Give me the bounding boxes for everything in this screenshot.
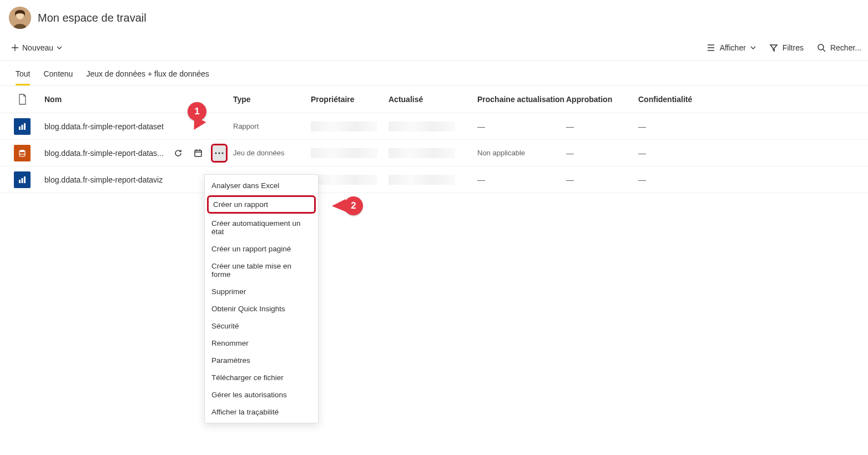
svg-rect-4 [22,125,23,130]
svg-point-8 [215,152,217,154]
refresh-button[interactable] [171,146,185,160]
sensitivity-value: — [638,149,727,158]
search-icon [817,43,826,52]
svg-point-10 [222,152,224,154]
avatar [9,7,31,29]
schedule-refresh-button[interactable] [191,146,205,160]
svg-rect-11 [19,180,21,183]
svg-rect-3 [19,127,21,130]
filters-label: Filtres [783,43,804,52]
filters-button[interactable]: Filtres [769,43,804,52]
svg-point-2 [818,44,824,50]
svg-rect-12 [22,178,23,183]
table-row[interactable]: blog.ddata.fr-simple-report-dataviz — — … [0,166,868,193]
owner-redacted [311,148,377,158]
column-name[interactable]: Nom [44,95,233,104]
column-endorsement[interactable]: Approbation [566,95,638,104]
sensitivity-value: — [638,122,727,131]
endorsement-value: — [566,122,638,131]
filter-icon [769,43,778,52]
refreshed-redacted [388,148,455,158]
new-button-label: Nouveau [22,43,53,52]
refreshed-redacted [388,122,455,132]
owner-redacted [311,122,377,132]
menu-analyze-excel[interactable]: Analyser dans Excel [205,177,318,193]
list-icon [706,43,715,52]
workspace-header: Mon espace de travail [0,0,868,36]
chevron-down-icon [750,45,756,50]
table-row[interactable]: blog.ddata.fr-simple-report-datas... Jeu… [0,140,868,166]
svg-rect-7 [195,150,201,156]
column-next-refresh[interactable]: Prochaine actualisation [477,95,566,104]
item-name: blog.ddata.fr-simple-report-dataset [44,122,164,131]
table-header-row: Nom Type Propriétaire Actualisé Prochain… [0,86,868,113]
workspace-title: Mon espace de travail [38,12,147,24]
column-refreshed[interactable]: Actualisé [388,95,477,104]
item-name: blog.ddata.fr-simple-report-datas... [44,149,164,158]
dataset-icon [14,145,31,161]
more-options-button[interactable] [211,144,228,163]
tab-content[interactable]: Contenu [43,67,73,85]
sensitivity-value: — [638,175,727,184]
next-refresh-value: — [477,122,566,131]
item-type: Rapport [233,122,311,130]
refresh-icon [174,149,183,158]
search-button[interactable]: Recher... [817,43,861,52]
svg-rect-5 [24,123,26,130]
next-refresh-value: Non applicable [477,149,566,157]
tab-all[interactable]: Tout [16,67,30,85]
item-type: Jeu de données [233,149,311,157]
item-name: blog.ddata.fr-simple-report-dataviz [44,175,163,184]
column-type-icon[interactable] [0,94,44,105]
table-row[interactable]: blog.ddata.fr-simple-report-dataset Rapp… [0,113,868,140]
content-table: Nom Type Propriétaire Actualisé Prochain… [0,86,868,193]
ellipsis-icon [215,152,224,154]
refreshed-redacted [388,175,455,185]
tab-datasets[interactable]: Jeux de données + flux de données [86,67,209,85]
svg-rect-13 [24,176,26,183]
document-icon [18,94,27,105]
new-button[interactable]: Nouveau [7,40,67,55]
svg-point-9 [219,152,220,154]
plus-icon [11,44,19,52]
tabs: Tout Contenu Jeux de données + flux de d… [0,60,868,86]
context-menu: Analyser dans Excel Créer un rapport Cré… [204,174,319,193]
svg-point-6 [19,150,25,152]
report-icon [14,118,31,135]
column-owner[interactable]: Propriétaire [311,95,388,104]
endorsement-value: — [566,149,638,158]
schedule-icon [194,149,203,158]
column-sensitivity[interactable]: Confidentialité [638,95,727,104]
column-type[interactable]: Type [233,95,311,104]
report-icon [14,171,31,188]
toolbar: Nouveau Afficher Filtres Recher... [0,36,868,60]
annotation-callout-1: 1 [188,102,206,121]
endorsement-value: — [566,175,638,184]
search-label: Recher... [830,43,861,52]
view-button[interactable]: Afficher [706,43,756,52]
chevron-down-icon [57,45,62,50]
next-refresh-value: — [477,175,566,184]
owner-redacted [311,175,377,185]
view-label: Afficher [720,43,746,52]
